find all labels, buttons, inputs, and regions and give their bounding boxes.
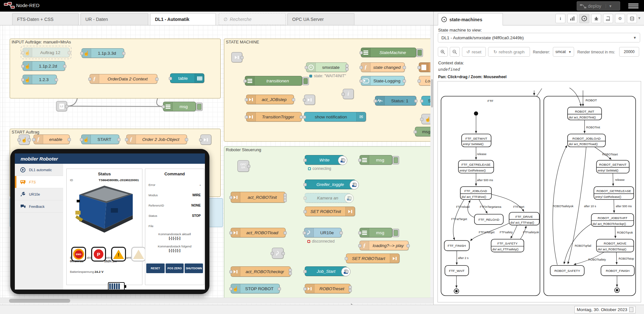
output-port[interactable] [403, 79, 406, 83]
flow-node-enable[interactable]: ƒenable [34, 134, 70, 144]
tab-ur-daten[interactable]: UR - Daten [81, 13, 148, 25]
output-port[interactable] [342, 159, 345, 162]
node-button[interactable] [416, 49, 423, 57]
input-port[interactable] [418, 79, 421, 83]
flow-node-smx[interactable]: smxstate [306, 62, 347, 72]
output-port[interactable] [345, 68, 349, 71]
shutdown-button[interactable]: SHUTDOWN [185, 263, 203, 273]
input-port[interactable] [229, 196, 233, 199]
output-port[interactable] [292, 98, 295, 101]
flow-node-setstart[interactable]: SET ROBOTstart [346, 254, 399, 263]
input-port[interactable] [17, 138, 21, 142]
context-data-tab-icon[interactable] [627, 14, 637, 23]
output-port[interactable] [349, 289, 352, 292]
output-port[interactable] [28, 138, 31, 142]
flow-node-write[interactable]: Write [305, 155, 344, 165]
input-port[interactable] [169, 77, 172, 80]
output-port[interactable] [414, 99, 418, 103]
output-port[interactable] [345, 270, 349, 273]
input-port[interactable] [303, 159, 307, 162]
tab-fts-daten[interactable]: FTS-Daten + CSS [12, 13, 79, 25]
warning-button[interactable]: ! [111, 247, 126, 262]
input-port[interactable] [80, 52, 83, 55]
flow-node-greifer[interactable]: Greifer_toggle [305, 180, 356, 189]
flow-node-ttrig[interactable]: TransitionTrigger [246, 112, 302, 122]
flow-node-n112d[interactable]: ☝1.1p.2.2d [23, 61, 65, 71]
output-port[interactable] [349, 286, 352, 289]
input-port[interactable] [162, 105, 165, 108]
input-port[interactable] [199, 138, 202, 142]
menu-item-feedback[interactable]: Feedback [15, 200, 63, 213]
input-port[interactable] [303, 115, 306, 119]
reset-button[interactable]: RESET [146, 263, 165, 273]
flow-node-smachine[interactable]: StateMachine [361, 48, 416, 57]
input-port[interactable] [418, 66, 421, 69]
input-port[interactable] [360, 66, 363, 69]
flow-node-checkqr[interactable]: act_ROBOTcheckqr [231, 266, 291, 277]
input-port[interactable] [358, 231, 361, 235]
reset-button[interactable]: ↺reset [462, 47, 486, 57]
sidebar-caret-icon[interactable]: ▼ [638, 16, 641, 20]
input-port[interactable] [245, 98, 248, 101]
flow-node-rload[interactable]: act_ROBOTload [231, 228, 285, 237]
input-port[interactable] [229, 287, 233, 291]
input-port[interactable] [125, 138, 128, 141]
input-port[interactable] [374, 99, 377, 103]
input-port[interactable] [303, 98, 306, 102]
output-port[interactable] [65, 105, 68, 108]
state-machine-tab-icon[interactable] [579, 14, 589, 23]
input-port[interactable] [345, 257, 348, 260]
date-display[interactable]: Montag, 30. Oktober 2023 [574, 306, 636, 313]
output-port[interactable] [185, 138, 188, 141]
flow-node-rinit[interactable]: act_ROBOTinit [231, 192, 285, 203]
input-port[interactable] [88, 78, 91, 81]
flow-node-status1[interactable]: Status: 1 [375, 96, 416, 106]
flow-node-ur10e[interactable]: UR10e [304, 228, 341, 237]
flow-node-stopr[interactable]: ☝STOP ROBOT [231, 284, 280, 293]
output-port[interactable] [349, 197, 352, 200]
config-book-tab-icon[interactable] [603, 14, 613, 23]
sidebar-tab-state-machines[interactable]: state-machines [438, 13, 503, 25]
input-port[interactable] [303, 270, 307, 273]
output-port[interactable] [289, 272, 292, 275]
input-port[interactable] [21, 65, 24, 68]
input-port[interactable] [303, 183, 307, 186]
settings-gear-tab-icon[interactable]: ⚙ [615, 14, 625, 23]
node-button[interactable] [302, 77, 309, 85]
debug-tab-icon[interactable] [591, 14, 601, 23]
zoom-in-button[interactable] [438, 47, 448, 57]
menu-item-ur10e[interactable]: UR10e [15, 188, 63, 200]
output-port[interactable] [278, 287, 281, 291]
input-port[interactable] [360, 79, 363, 83]
output-port[interactable] [68, 51, 71, 54]
output-port[interactable] [345, 64, 349, 68]
canvas-horizontal-scrollbar[interactable] [0, 298, 433, 304]
flow-node-linkoutST[interactable] [200, 134, 211, 145]
flow-node-schanged[interactable]: ƒstate changed [361, 62, 405, 72]
input-port[interactable] [80, 138, 83, 141]
flow-node-infon[interactable]: i [343, 89, 354, 99]
flow-node-a12[interactable]: ☝Auftrag 12 [23, 48, 70, 57]
flow-node-ghand[interactable]: ☝ [19, 134, 30, 145]
refresh-graph-button[interactable]: ↻refresh graph [488, 47, 530, 57]
output-port[interactable] [284, 199, 287, 202]
tab-dl1-automatik[interactable]: DL1 - Automatik [150, 13, 216, 25]
emergency-stop-button[interactable]: EMG [71, 247, 86, 262]
brake-button[interactable]: P [91, 247, 106, 262]
main-menu-icon[interactable] [628, 3, 639, 9]
output-port[interactable] [284, 231, 287, 235]
input-port[interactable] [414, 130, 417, 134]
zoom-out-button[interactable] [450, 47, 460, 57]
input-port[interactable] [360, 51, 363, 54]
input-port[interactable] [21, 51, 24, 54]
output-port[interactable] [403, 66, 406, 69]
flow-node-kamera[interactable]: Kamera an [305, 193, 351, 203]
flow-node-setinit[interactable]: SET ROBOTinit [305, 207, 355, 216]
flow-node-msg3[interactable]: msg [360, 228, 392, 237]
node-button[interactable] [392, 229, 399, 237]
tab-opc-ua-server[interactable]: OPC UA Server [287, 13, 354, 25]
output-port[interactable] [122, 52, 125, 55]
output-port[interactable] [407, 244, 410, 247]
flow-node-o2j[interactable]: ƒOrder 2 Job-Object [126, 134, 187, 144]
input-port[interactable] [21, 78, 24, 81]
